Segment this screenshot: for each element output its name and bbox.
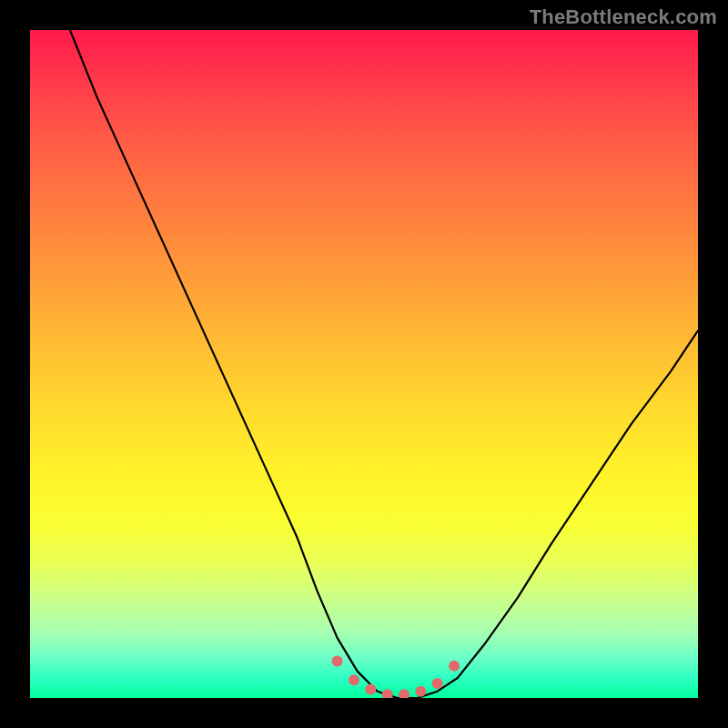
trough-dot <box>399 689 410 698</box>
bottleneck-curve <box>70 30 698 698</box>
trough-dot <box>415 686 426 697</box>
trough-dot <box>432 678 443 689</box>
plot-area <box>30 30 698 698</box>
trough-dot <box>332 656 343 667</box>
trough-dot <box>349 674 359 685</box>
trough-dot <box>382 689 393 698</box>
chart-frame: TheBottleneck.com <box>0 0 728 728</box>
watermark-text: TheBottleneck.com <box>530 5 717 29</box>
chart-svg <box>30 30 698 698</box>
trough-dot <box>365 684 376 695</box>
trough-dot <box>449 661 460 672</box>
